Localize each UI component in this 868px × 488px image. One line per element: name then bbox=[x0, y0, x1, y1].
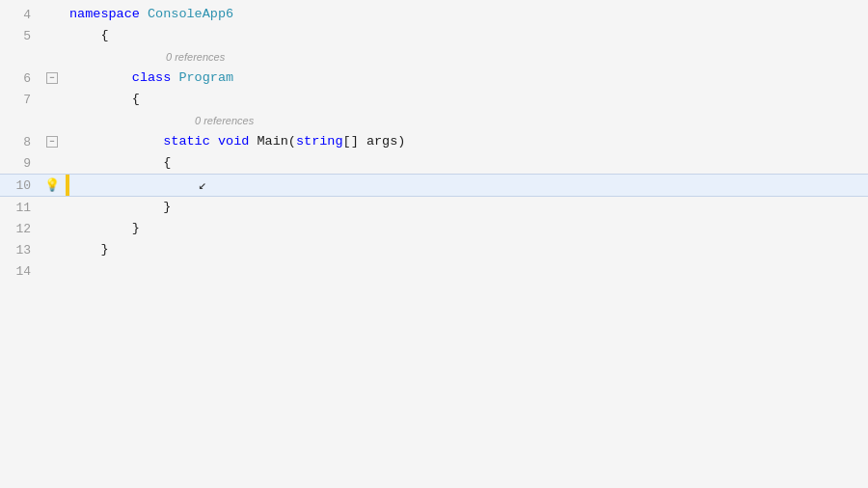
line-content-4: namespace ConsoleApp6 bbox=[66, 4, 868, 25]
line-gutter-12 bbox=[39, 218, 66, 239]
keyword-static: static bbox=[163, 131, 218, 152]
brace-close-namespace: } bbox=[69, 239, 109, 260]
line-content-9: { bbox=[66, 152, 868, 174]
code-line-7: 7 { bbox=[0, 89, 868, 110]
code-line-10: 10 💡 ↙ bbox=[0, 174, 868, 197]
code-line-5: 5 { bbox=[0, 25, 868, 46]
code-line-6-hint: 6 0 references bbox=[0, 46, 868, 68]
line-gutter-8-hint bbox=[39, 110, 66, 131]
identifier-consoleapp6: ConsoleApp6 bbox=[148, 4, 233, 25]
brace-open: { bbox=[69, 25, 109, 46]
collapse-button-6[interactable]: − bbox=[46, 72, 58, 84]
code-line-8-hint: 8 0 references bbox=[0, 110, 868, 131]
line-number-8: 8 bbox=[0, 131, 39, 152]
line-content-6: class Program bbox=[66, 68, 868, 89]
line-number-6-hint: 6 bbox=[0, 46, 39, 68]
references-hint-class: 0 references bbox=[66, 46, 225, 68]
line-content-14 bbox=[66, 260, 868, 282]
line-gutter-7 bbox=[39, 89, 66, 110]
line-content-12: } bbox=[66, 218, 868, 239]
line-number-12: 12 bbox=[0, 218, 39, 239]
line-number-11: 11 bbox=[0, 197, 39, 218]
line-number-4: 4 bbox=[0, 4, 39, 25]
line-number-6: 6 bbox=[0, 68, 39, 89]
keyword-string: string bbox=[296, 131, 343, 152]
code-area: 4 namespace ConsoleApp6 5 { 6 0 referenc… bbox=[0, 0, 868, 488]
code-editor: 4 namespace ConsoleApp6 5 { 6 0 referenc… bbox=[0, 0, 868, 488]
line-gutter-14 bbox=[39, 260, 66, 282]
keyword-class: class bbox=[132, 68, 179, 89]
line-gutter-11 bbox=[39, 197, 66, 218]
brace-close-class: } bbox=[69, 218, 140, 239]
indent-8 bbox=[69, 131, 163, 152]
keyword-void: void bbox=[218, 131, 258, 152]
line-number-7: 7 bbox=[0, 89, 39, 110]
line-gutter-5 bbox=[39, 25, 66, 46]
code-line-12: 12 } bbox=[0, 218, 868, 239]
code-line-9: 9 { bbox=[0, 152, 868, 174]
hint-text-main: 0 references bbox=[69, 115, 254, 126]
code-line-14: 14 bbox=[0, 260, 868, 282]
line-content-5: { bbox=[66, 25, 868, 46]
line-number-14: 14 bbox=[0, 260, 39, 282]
line-gutter-10: 💡 bbox=[39, 175, 66, 196]
line-gutter-13 bbox=[39, 239, 66, 260]
hint-text-class: 0 references bbox=[69, 51, 225, 63]
brace-close-main: } bbox=[69, 197, 171, 218]
code-line-4: 4 namespace ConsoleApp6 bbox=[0, 4, 868, 25]
code-line-8: 8 − static void Main(string[] args) bbox=[0, 131, 868, 152]
line-gutter-8[interactable]: − bbox=[39, 131, 66, 152]
line-content-8: static void Main(string[] args) bbox=[66, 131, 868, 152]
line-content-10[interactable]: ↙ bbox=[69, 175, 868, 196]
indent-10 bbox=[73, 175, 199, 196]
identifier-program: Program bbox=[178, 68, 233, 89]
references-hint-main: 0 references bbox=[66, 110, 254, 131]
collapse-button-8[interactable]: − bbox=[46, 136, 58, 148]
brace-open-class: { bbox=[69, 89, 140, 110]
code-line-11: 11 } bbox=[0, 197, 868, 218]
line-number-9: 9 bbox=[0, 152, 39, 174]
line-gutter-4 bbox=[39, 4, 66, 25]
method-main-open: Main( bbox=[257, 131, 296, 152]
method-main-args: [] args) bbox=[343, 131, 406, 152]
line-gutter-6[interactable]: − bbox=[39, 68, 66, 89]
text-cursor: ↙ bbox=[199, 175, 206, 196]
line-number-13: 13 bbox=[0, 239, 39, 260]
lightbulb-icon[interactable]: 💡 bbox=[44, 177, 60, 193]
line-number-5: 5 bbox=[0, 25, 39, 46]
line-gutter-9 bbox=[39, 152, 66, 174]
brace-open-main: { bbox=[69, 152, 171, 174]
keyword-namespace: namespace bbox=[69, 4, 148, 25]
code-line-6: 6 − class Program bbox=[0, 68, 868, 89]
line-number-10: 10 bbox=[0, 175, 39, 196]
line-gutter-6-hint bbox=[39, 46, 66, 68]
line-content-11: } bbox=[66, 197, 868, 218]
line-content-7: { bbox=[66, 89, 868, 110]
line-content-13: } bbox=[66, 239, 868, 260]
indent-6 bbox=[69, 68, 132, 89]
line-number-8-hint: 8 bbox=[0, 110, 39, 131]
code-line-13: 13 } bbox=[0, 239, 868, 260]
